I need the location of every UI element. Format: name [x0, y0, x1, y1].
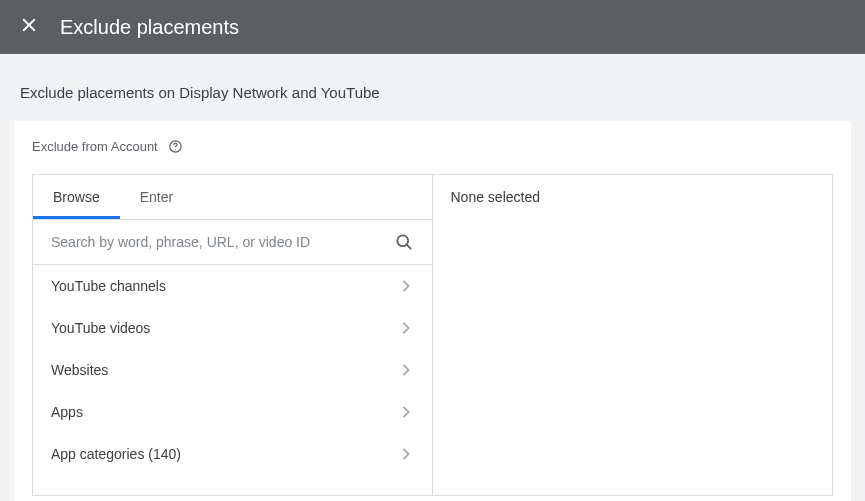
section-heading: Exclude placements on Display Network an… [0, 54, 865, 121]
category-label: Apps [51, 404, 83, 420]
modal-title: Exclude placements [60, 16, 239, 39]
exclude-from-label: Exclude from Account [32, 139, 158, 154]
placements-card: Exclude from Account Browse Enter [14, 121, 851, 501]
svg-line-5 [406, 245, 410, 249]
exclude-from-row: Exclude from Account [32, 139, 833, 154]
category-label: YouTube channels [51, 278, 166, 294]
search-icon[interactable] [394, 232, 414, 252]
category-app-categories[interactable]: App categories (140) [33, 433, 432, 475]
left-pane: Browse Enter YouTube channels [33, 175, 433, 495]
two-pane-container: Browse Enter YouTube channels [32, 174, 833, 496]
tab-enter[interactable]: Enter [120, 175, 193, 219]
category-label: Websites [51, 362, 108, 378]
search-row [33, 220, 432, 265]
category-list: YouTube channels YouTube videos Websites [33, 265, 432, 495]
tabs: Browse Enter [33, 175, 432, 220]
chevron-right-icon [398, 362, 414, 378]
category-label: YouTube videos [51, 320, 150, 336]
category-apps[interactable]: Apps [33, 391, 432, 433]
category-youtube-channels[interactable]: YouTube channels [33, 265, 432, 307]
tab-browse[interactable]: Browse [33, 175, 120, 219]
selection-status: None selected [451, 189, 541, 205]
right-pane: None selected [433, 175, 833, 495]
help-icon[interactable] [168, 139, 183, 154]
close-icon[interactable] [20, 16, 38, 38]
chevron-right-icon [398, 278, 414, 294]
chevron-right-icon [398, 404, 414, 420]
svg-point-3 [175, 149, 176, 150]
category-youtube-videos[interactable]: YouTube videos [33, 307, 432, 349]
chevron-right-icon [398, 446, 414, 462]
category-websites[interactable]: Websites [33, 349, 432, 391]
category-label: App categories (140) [51, 446, 181, 462]
chevron-right-icon [398, 320, 414, 336]
search-input[interactable] [51, 234, 394, 250]
modal-header: Exclude placements [0, 0, 865, 54]
